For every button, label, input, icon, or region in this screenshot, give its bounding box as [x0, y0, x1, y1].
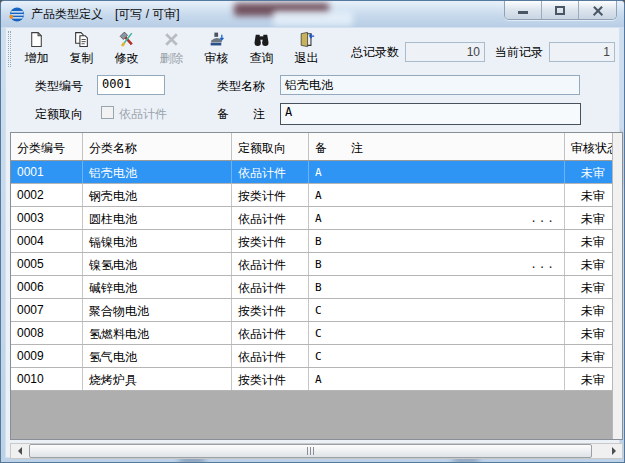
table-row[interactable]: 0009 氢气电池 依品计件 C 未审 — [11, 345, 612, 368]
cell-remark[interactable]: C — [309, 345, 565, 367]
toolbar-buttons: 增加 复制 修 — [14, 30, 329, 68]
cell-remark[interactable]: A ... — [309, 207, 565, 229]
cell-code[interactable]: 0008 — [11, 322, 83, 344]
table-row[interactable]: 0007 聚合物电池 按类计件 C 未审 — [11, 299, 612, 322]
scroll-left-button[interactable] — [11, 444, 27, 458]
cell-status[interactable]: 未审 — [565, 253, 612, 275]
cell-code[interactable]: 0003 — [11, 207, 83, 229]
minimize-button[interactable] — [505, 1, 542, 20]
cell-code[interactable]: 0007 — [11, 299, 83, 321]
cell-quota[interactable]: 依品计件 — [232, 207, 309, 229]
table-row[interactable]: 0003 圆柱电池 依品计件 A ... 未审 — [11, 207, 612, 230]
column-header[interactable]: 分类编号 — [11, 133, 83, 160]
cell-quota[interactable]: 按类计件 — [232, 184, 309, 206]
column-header[interactable]: 定额取向 — [232, 133, 309, 160]
copy-button[interactable]: 复制 — [59, 30, 104, 68]
binoculars-icon — [253, 31, 270, 48]
cell-remark[interactable]: B — [309, 230, 565, 252]
cell-code[interactable]: 0005 — [11, 253, 83, 275]
table-row[interactable]: 0008 氢燃料电池 依品计件 C 未审 — [11, 322, 612, 345]
cell-code[interactable]: 0001 — [11, 161, 83, 183]
new-doc-icon — [28, 31, 45, 48]
cell-status[interactable]: 未审 — [565, 276, 612, 298]
quota-checkbox[interactable] — [101, 106, 114, 119]
query-button[interactable]: 查询 — [239, 30, 284, 68]
cell-status[interactable]: 未审 — [565, 207, 612, 229]
cell-status[interactable]: 未审 — [565, 230, 612, 252]
exit-button[interactable]: 退出 — [284, 30, 329, 68]
table-row[interactable]: 0010 烧烤炉具 按类计件 A 未审 — [11, 368, 612, 391]
cell-name[interactable]: 钢壳电池 — [83, 184, 232, 206]
current-record-label: 当前记录 — [495, 44, 543, 61]
table-row[interactable]: 0006 碱锌电池 依品计件 B 未审 — [11, 276, 612, 299]
cell-status[interactable]: 未审 — [565, 161, 612, 183]
cell-status[interactable]: 未审 — [565, 345, 612, 367]
column-header[interactable]: 备 注 — [309, 133, 565, 160]
column-header[interactable]: 分类名称 — [83, 133, 232, 160]
type-name-input[interactable]: 铝壳电池 — [280, 75, 580, 95]
tools-icon — [118, 31, 135, 48]
cell-quota[interactable]: 依品计件 — [232, 253, 309, 275]
cell-name[interactable]: 烧烤炉具 — [83, 368, 232, 390]
table-row[interactable]: 0004 镉镍电池 按类计件 B 未审 — [11, 230, 612, 253]
cell-code[interactable]: 0004 — [11, 230, 83, 252]
cell-quota[interactable]: 按类计件 — [232, 230, 309, 252]
maximize-button[interactable] — [542, 1, 579, 20]
cell-name[interactable]: 镉镍电池 — [83, 230, 232, 252]
record-counters: 总记录数 10 当前记录 1 — [341, 42, 615, 62]
type-code-input[interactable]: 0001 — [97, 75, 165, 95]
scroll-right-button[interactable] — [606, 444, 622, 458]
cell-remark[interactable]: B ... — [309, 253, 565, 275]
cell-status[interactable]: 未审 — [565, 299, 612, 321]
add-button[interactable]: 增加 — [14, 30, 59, 68]
cell-remark[interactable]: A — [309, 368, 565, 390]
delete-button[interactable]: 删除 — [149, 30, 194, 68]
toolbar-gripper[interactable] — [8, 31, 11, 67]
stamp-icon — [208, 31, 225, 48]
remark-label: 备 注 — [217, 106, 265, 123]
cell-name[interactable]: 氢气电池 — [83, 345, 232, 367]
cell-code[interactable]: 0006 — [11, 276, 83, 298]
copy-button-label: 复制 — [70, 50, 94, 67]
vertical-scrollbar[interactable] — [612, 133, 622, 439]
cell-name[interactable]: 氢燃料电池 — [83, 322, 232, 344]
cell-status[interactable]: 未审 — [565, 184, 612, 206]
table-row[interactable]: 0001 铝壳电池 依品计件 A 未审 — [11, 161, 612, 184]
cell-code[interactable]: 0002 — [11, 184, 83, 206]
title-bar: 产品类型定义 [可写 / 可审] — [1, 1, 624, 27]
remark-text: A — [315, 373, 322, 390]
cell-status[interactable]: 未审 — [565, 368, 612, 390]
horizontal-scroll-track[interactable] — [27, 444, 606, 458]
audit-button[interactable]: 审核 — [194, 30, 239, 68]
cell-quota[interactable]: 依品计件 — [232, 345, 309, 367]
remark-input[interactable]: A — [280, 103, 581, 125]
cell-remark[interactable]: C — [309, 322, 565, 344]
quota-checkbox-label: 依品计件 — [119, 106, 167, 123]
cell-remark[interactable]: C — [309, 299, 565, 321]
cell-code[interactable]: 0009 — [11, 345, 83, 367]
cell-code[interactable]: 0010 — [11, 368, 83, 390]
cell-quota[interactable]: 按类计件 — [232, 299, 309, 321]
remark-ellipsis: ... — [530, 212, 556, 229]
close-button[interactable] — [579, 1, 616, 20]
horizontal-scroll-thumb[interactable] — [29, 444, 592, 458]
cell-quota[interactable]: 依品计件 — [232, 322, 309, 344]
cell-quota[interactable]: 依品计件 — [232, 276, 309, 298]
cell-quota[interactable]: 依品计件 — [232, 161, 309, 183]
cell-remark[interactable]: B — [309, 276, 565, 298]
table-row[interactable]: 0002 钢壳电池 按类计件 A 未审 — [11, 184, 612, 207]
modify-button[interactable]: 修改 — [104, 30, 149, 68]
column-header[interactable]: 审核状态 — [565, 133, 612, 160]
cell-name[interactable]: 镍氢电池 — [83, 253, 232, 275]
cell-name[interactable]: 碱锌电池 — [83, 276, 232, 298]
cell-quota[interactable]: 按类计件 — [232, 368, 309, 390]
cell-remark[interactable]: A — [309, 161, 565, 183]
cell-name[interactable]: 聚合物电池 — [83, 299, 232, 321]
table-row[interactable]: 0005 镍氢电池 依品计件 B ... 未审 — [11, 253, 612, 276]
cell-status[interactable]: 未审 — [565, 322, 612, 344]
remark-text: A — [315, 189, 322, 206]
cell-name[interactable]: 铝壳电池 — [83, 161, 232, 183]
horizontal-scrollbar — [10, 443, 623, 459]
cell-remark[interactable]: A — [309, 184, 565, 206]
cell-name[interactable]: 圆柱电池 — [83, 207, 232, 229]
